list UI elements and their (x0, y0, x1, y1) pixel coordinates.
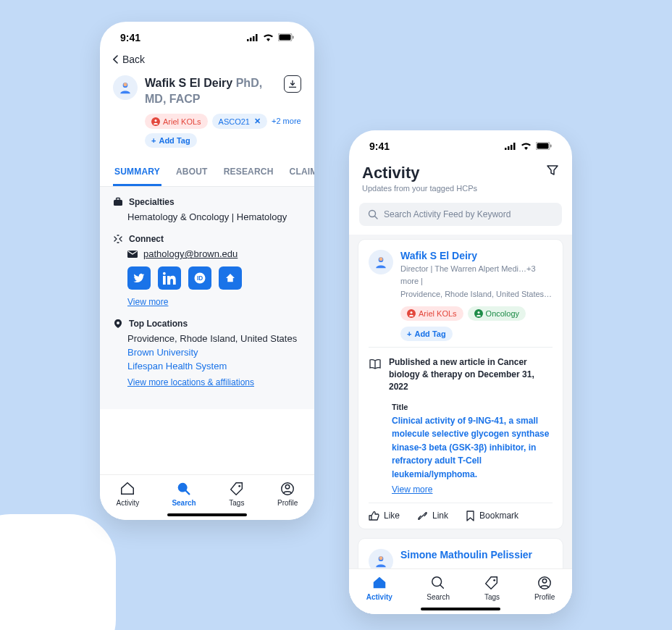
twitter-button[interactable] (127, 266, 151, 290)
svg-rect-27 (550, 145, 552, 148)
tabbar-search[interactable]: Search (172, 481, 196, 507)
link-button[interactable]: Link (417, 511, 448, 521)
location-icon (113, 319, 123, 329)
svg-point-31 (379, 257, 383, 261)
tabbar-profile[interactable]: Profile (534, 575, 555, 601)
svg-rect-22 (508, 146, 510, 150)
status-bar: 9:41 (100, 22, 314, 49)
tag-ariel[interactable]: Ariel KOLs (400, 306, 463, 321)
publication-text: Published a new article in Cancer biolog… (389, 356, 553, 394)
tag-asco[interactable]: ASCO21 ✕ (212, 114, 267, 129)
orcid-icon: ID (193, 272, 206, 285)
search-input[interactable]: Search Activity Feed by Keyword (359, 203, 562, 226)
article-box: Title Clinical activity of 9-ING-41, a s… (392, 403, 553, 495)
battery-icon (278, 32, 294, 43)
book-icon (369, 358, 382, 371)
tag-icon (484, 575, 500, 591)
download-button[interactable] (284, 75, 301, 93)
person-icon (151, 117, 160, 126)
hcp-meta1: Director | The Warren Alpert Medi…+3 mor… (400, 263, 553, 287)
tag-more[interactable]: +2 more (272, 114, 301, 129)
svg-line-29 (375, 217, 378, 219)
wifi-icon (521, 140, 532, 152)
researchgate-button[interactable] (219, 266, 242, 290)
add-tag-label: Add Tag (159, 136, 190, 145)
email-icon (127, 251, 138, 258)
svg-rect-6 (293, 36, 294, 39)
hcp-name[interactable]: Wafik S El Deiry (400, 250, 553, 261)
svg-rect-21 (505, 148, 507, 150)
svg-rect-2 (253, 36, 255, 41)
person-icon (474, 309, 483, 318)
tabbar: Activity Search Tags Profile (100, 474, 314, 520)
svg-point-33 (477, 311, 479, 314)
svg-rect-24 (513, 143, 516, 150)
add-tag-button[interactable]: + Add Tag (400, 327, 453, 341)
tabbar-activity[interactable]: Activity (117, 481, 140, 507)
like-button[interactable]: Like (369, 511, 400, 521)
social-row: ID (127, 266, 301, 290)
tab-research[interactable]: RESEARCH (222, 161, 275, 186)
location-link-brown[interactable]: Brown University (127, 347, 301, 358)
add-tag-button[interactable]: + Add Tag (145, 133, 197, 148)
tag-oncology[interactable]: Oncology (468, 306, 526, 321)
view-more-connect[interactable]: View more (127, 297, 168, 307)
email-link[interactable]: pathology@brown.edu (143, 248, 238, 259)
specialties-label: Specialties (113, 197, 301, 207)
tab-about[interactable]: ABOUT (175, 161, 209, 186)
home-icon (371, 575, 387, 591)
card-tags: Ariel KOLs Oncology (400, 306, 553, 321)
location-link-lifespan[interactable]: Lifespan Health System (127, 361, 301, 371)
avatar (369, 250, 393, 274)
home-icon (119, 481, 135, 497)
tabbar-activity[interactable]: Activity (366, 575, 392, 601)
activity-phone: 9:41 Activity Updates from your tagged H… (349, 130, 572, 614)
article-title[interactable]: Clinical activity of 9-ING-41, a small m… (392, 414, 553, 482)
svg-rect-10 (114, 200, 122, 206)
signal-icon (505, 140, 516, 152)
hcp-meta2: Providence, Rhode Island, United States… (400, 288, 553, 301)
bookmark-button[interactable]: Bookmark (466, 511, 518, 521)
search-placeholder: Search Activity Feed by Keyword (384, 209, 511, 219)
svg-point-20 (285, 485, 290, 490)
like-icon (369, 511, 379, 521)
connect-label: Connect (113, 234, 301, 244)
specialties-value: Hematology & Oncology | Hematology (127, 211, 301, 222)
tag-label: ASCO21 (219, 117, 250, 126)
view-more-locations[interactable]: View more locations & affiliations (127, 377, 254, 387)
orcid-button[interactable]: ID (188, 266, 211, 290)
status-time: 9:41 (120, 32, 140, 43)
home-indicator (167, 513, 247, 516)
wifi-icon (263, 32, 274, 43)
svg-rect-1 (250, 38, 252, 41)
svg-rect-26 (537, 143, 549, 149)
linkedin-button[interactable] (158, 266, 181, 290)
tab-claims[interactable]: CLAIM (288, 161, 314, 186)
search-icon (176, 481, 192, 497)
close-icon[interactable]: ✕ (254, 117, 261, 126)
card-header: Wafik S El Deiry Director | The Warren A… (369, 250, 553, 301)
tags-row: Ariel KOLs ASCO21 ✕ +2 more + Add Tag (100, 114, 314, 155)
profile-header: Wafik S El Deiry PhD, MD, FACP (100, 72, 314, 114)
filter-button[interactable] (546, 164, 559, 180)
svg-point-38 (494, 579, 496, 581)
tab-summary[interactable]: SUMMARY (113, 161, 161, 186)
home-up-icon (224, 272, 237, 285)
locations-label: Top Locations (113, 319, 301, 329)
tag-ariel[interactable]: Ariel KOLs (145, 114, 208, 129)
chevron-left-icon (113, 55, 118, 64)
svg-rect-11 (117, 198, 120, 201)
tabbar-tags[interactable]: Tags (229, 481, 245, 507)
tag-label: Ariel KOLs (163, 117, 201, 126)
battery-icon (536, 140, 552, 152)
tabbar: Activity Search Tags Profile (349, 568, 572, 614)
back-button[interactable]: Back (100, 49, 314, 72)
tabbar-profile[interactable]: Profile (277, 481, 298, 507)
tabbar-search[interactable]: Search (427, 575, 450, 601)
hcp-name-2[interactable]: Simone Mathoulin Pelissier (400, 549, 532, 560)
tabbar-tags[interactable]: Tags (484, 575, 500, 601)
connect-icon (113, 234, 123, 244)
back-label: Back (122, 54, 145, 65)
profile-phone: 9:41 Back Wafik S El Deiry PhD, MD, FACP… (100, 22, 314, 520)
view-more-article[interactable]: View more (392, 484, 432, 495)
